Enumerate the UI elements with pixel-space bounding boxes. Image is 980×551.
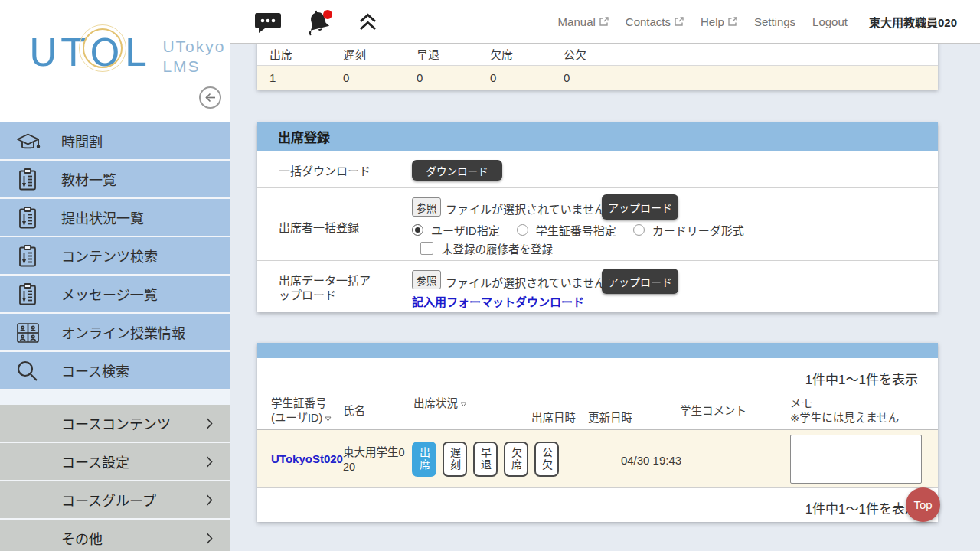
online-class-icon <box>15 320 41 346</box>
sidebar-item-online-class-info[interactable]: オンライン授業情報 <box>0 314 230 350</box>
user-name: 東大用教職員020 <box>869 14 957 30</box>
summary-value: 0 <box>416 71 490 84</box>
logo-subtitle: UTokyoLMS <box>162 37 225 77</box>
logo-area: UTOL UTokyoLMS <box>0 0 230 122</box>
status-button-late[interactable]: 遅刻 <box>443 442 467 477</box>
result-count-text: 1件中1〜1件を表示 <box>805 498 918 517</box>
upload-button[interactable]: アップロード <box>602 269 678 294</box>
sidebar-item-course-group[interactable]: コースグループ <box>0 481 230 518</box>
radio-user-id[interactable] <box>412 224 423 236</box>
summary-value: 0 <box>343 71 416 84</box>
sidebar-item-label: オンライン授業情報 <box>61 322 185 342</box>
sidebar-item-label: その他 <box>61 528 103 548</box>
main-content: 出席 遅刻 早退 欠席 公欠 1 0 0 0 0 出席登録 一括ダウンロード ダ… <box>230 44 980 551</box>
browse-file-button[interactable]: 参照 <box>412 270 441 289</box>
sidebar-item-messages[interactable]: メッセージ一覧 <box>0 276 230 312</box>
summary-header: 公欠 <box>564 46 637 62</box>
summary-value-row: 1 0 0 0 0 <box>257 66 938 90</box>
summary-header-row: 出席 遅刻 早退 欠席 公欠 <box>257 42 938 66</box>
search-icon <box>15 358 41 384</box>
sidebar-item-timetable[interactable]: 時間割 <box>0 122 230 159</box>
status-button-absent[interactable]: 欠席 <box>504 442 528 477</box>
sidebar-section-divider <box>0 390 230 405</box>
register-unenrolled-checkbox[interactable] <box>420 242 433 255</box>
clipboard-icon <box>15 167 41 193</box>
topbar-link-manual[interactable]: Manual <box>558 15 609 28</box>
download-button[interactable]: ダウンロード <box>412 160 502 181</box>
bell-icon[interactable] <box>305 8 335 36</box>
status-button-excused-absence[interactable]: 公欠 <box>534 442 559 477</box>
upload-format-radio-group: ユーザID指定 学生証番号指定 カードリーダ形式 <box>412 222 761 238</box>
chevron-right-icon <box>206 494 213 509</box>
column-header-status[interactable]: 出席状況 <box>413 396 467 411</box>
summary-header: 遅刻 <box>343 46 416 62</box>
sidebar-collapse-button[interactable] <box>199 86 221 109</box>
column-header-attend-time: 出席日時 <box>531 411 576 425</box>
topbar-link-logout[interactable]: Logout <box>812 15 848 28</box>
no-file-selected-text: ファイルが選択されていません。 <box>446 274 617 290</box>
utol-logo[interactable]: UTOL UTokyoLMS <box>29 31 225 77</box>
summary-value: 1 <box>270 71 343 84</box>
sort-icon <box>325 411 332 425</box>
back-arrow-icon <box>204 93 217 103</box>
sidebar-item-content-search[interactable]: コンテンツ検索 <box>0 237 230 274</box>
attendee-bulk-register-row: 出席者一括登録 参照 ファイルが選択されていません。 アップロード ユーザID指… <box>257 188 938 261</box>
sort-icon <box>460 396 467 411</box>
attendance-summary-table: 出席 遅刻 早退 欠席 公欠 1 0 0 0 0 <box>257 41 938 90</box>
bulk-download-label: 一括ダウンロード <box>279 162 371 178</box>
radio-student-number[interactable] <box>517 224 528 236</box>
attendance-data-upload-label: 出席データ一括アップロード <box>279 274 378 303</box>
student-id-link[interactable]: UTokyoSt020 <box>271 452 343 465</box>
topbar-link-contacts[interactable]: Contacts <box>626 15 684 28</box>
status-button-early-leave[interactable]: 早退 <box>473 442 498 477</box>
chevron-right-icon <box>206 456 213 471</box>
sidebar-item-label: コースコンテンツ <box>61 413 171 433</box>
external-link-icon <box>599 17 609 27</box>
table-footer-row: 1件中1〜1件を表示 <box>257 488 938 521</box>
chevron-right-icon <box>206 533 213 547</box>
clipboard-icon <box>15 282 41 308</box>
sidebar-item-label: メッセージ一覧 <box>61 284 158 304</box>
table-header-strip <box>257 343 938 358</box>
attendee-bulk-register-label: 出席者一括登録 <box>279 219 359 235</box>
bulk-download-row: 一括ダウンロード ダウンロード <box>257 151 938 188</box>
column-header-name: 氏名 <box>343 404 365 419</box>
column-header-comment: 学生コメント <box>680 404 746 419</box>
sidebar-item-materials[interactable]: 教材一覧 <box>0 161 230 197</box>
result-count-text: 1件中1〜1件を表示 <box>805 369 918 388</box>
sidebar-item-submission-status[interactable]: 提出状況一覧 <box>0 199 230 236</box>
scroll-to-top-button[interactable]: Top <box>906 487 940 522</box>
attendance-data-upload-row: 出席データ一括アップロード 参照 ファイルが選択されていません。 アップロード … <box>257 261 938 312</box>
radio-label: カードリーダ形式 <box>652 222 744 238</box>
column-header-student-id[interactable]: 学生証番号 (ユーザID) <box>271 396 332 425</box>
sidebar-item-others[interactable]: その他 <box>0 520 230 551</box>
topbar-link-help[interactable]: Help <box>701 15 737 28</box>
topbar-link-settings[interactable]: Settings <box>754 15 795 28</box>
graduation-cap-icon <box>15 129 41 155</box>
logo-wordmark: UTOL <box>29 31 150 75</box>
sidebar-item-course-settings[interactable]: コース設定 <box>0 443 230 480</box>
sidebar-item-course-search[interactable]: コース検索 <box>0 352 230 389</box>
browse-file-button[interactable]: 参照 <box>412 197 441 217</box>
collapse-up-icon[interactable] <box>358 12 377 32</box>
page: UTOL UTokyoLMS 時間割 教材一覧 提出状況一覧 <box>0 0 980 551</box>
summary-value: 0 <box>564 71 637 84</box>
summary-header: 欠席 <box>490 46 564 62</box>
upload-button[interactable]: アップロード <box>602 194 678 220</box>
panel-title: 出席登録 <box>278 127 330 146</box>
topbar: Manual Contacts Help Settings Logout 東大用… <box>230 0 980 44</box>
radio-card-reader[interactable] <box>633 224 645 236</box>
update-time-value: 04/30 19:43 <box>588 454 714 467</box>
format-download-link[interactable]: 記入用フォーマットダウンロード <box>412 293 584 309</box>
table-row: UTokyoSt020 東大用学生020 出席 遅刻 早退 欠席 公欠 04/3… <box>257 430 938 488</box>
notification-dot <box>323 10 332 19</box>
chat-icon[interactable] <box>254 11 282 34</box>
table-column-headers: 学生証番号 (ユーザID) 氏名 出席状況 出席日時 更新日時 学生コメント メ… <box>257 390 938 430</box>
clipboard-icon <box>15 205 41 231</box>
sidebar-item-label: コース設定 <box>61 452 129 471</box>
sidebar-item-course-contents[interactable]: コースコンテンツ <box>0 405 230 442</box>
register-unenrolled-option: 未登録の履修者を登録 <box>420 240 553 256</box>
status-button-attendance[interactable]: 出席 <box>412 442 436 477</box>
memo-textarea[interactable] <box>790 435 922 484</box>
panel-header: 出席登録 <box>257 122 938 151</box>
